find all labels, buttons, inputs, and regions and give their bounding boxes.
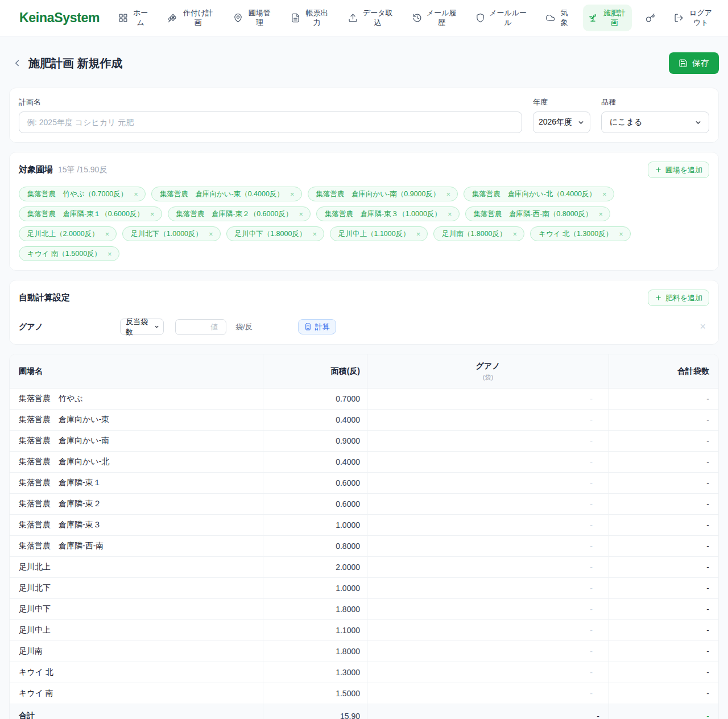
remove-chip-icon[interactable]: × [209, 230, 213, 238]
field-name-cell: 集落営農 倉庫隣-東２ [10, 494, 263, 514]
nav-label: メール履歴 [426, 9, 457, 28]
variety-label: 品種 [601, 97, 709, 108]
field-chip-label: 集落営農 倉庫向かい-東（0.4000反） [160, 189, 284, 199]
add-field-button[interactable]: 圃場を追加 [648, 162, 709, 178]
auto-calc-title: 自動計算設定 [19, 292, 70, 303]
remove-chip-icon[interactable]: × [599, 210, 603, 218]
remove-chip-icon[interactable]: × [134, 191, 138, 198]
guano-cell[interactable]: - [367, 683, 609, 704]
table-row: 集落営農 倉庫隣-東２ 0.6000 - - [10, 494, 718, 515]
remove-fertilizer-icon[interactable]: × [700, 321, 709, 333]
nav-label: 帳票出力 [304, 9, 329, 28]
guano-cell[interactable]: - [367, 515, 609, 535]
calc-mode-value: 反当袋数 [126, 317, 151, 337]
total-bags-cell: - [609, 599, 718, 619]
area-cell: 0.4000 [263, 410, 367, 430]
field-name-cell: キウイ 南 [10, 683, 263, 704]
nav-item-fertilization-plan[interactable]: 施肥計画 [583, 5, 632, 32]
table-row: 足川南 1.8000 - - [10, 641, 718, 662]
back-button[interactable] [9, 55, 25, 71]
remove-chip-icon[interactable]: × [105, 230, 110, 238]
field-chip-label: 集落営農 倉庫隣-西-南（0.8000反） [474, 209, 593, 219]
guano-cell[interactable]: - [367, 536, 609, 556]
calculator-icon [304, 323, 312, 330]
remove-chip-icon[interactable]: × [312, 230, 317, 238]
cloud-icon [545, 13, 555, 23]
guano-cell[interactable]: - [367, 578, 609, 598]
nav-item-home[interactable]: ホーム [113, 5, 154, 32]
remove-chip-icon[interactable]: × [513, 230, 518, 238]
header-area: 面積(反) [263, 354, 367, 388]
shield-icon [475, 13, 485, 23]
calc-value-input[interactable] [175, 319, 226, 335]
guano-cell[interactable]: - [367, 473, 609, 493]
nav-item-mail-rules[interactable]: メールルール [470, 5, 532, 32]
remove-chip-icon[interactable]: × [150, 210, 155, 218]
total-bags-cell: - [609, 557, 718, 577]
nav-item-data-import[interactable]: データ取込 [343, 5, 399, 32]
variety-select[interactable]: にこまる [601, 111, 709, 133]
calculate-button-label: 計算 [315, 322, 330, 332]
total-guano-cell: - [367, 704, 609, 719]
key-icon [646, 13, 655, 23]
guano-cell[interactable]: - [367, 557, 609, 577]
table-row: 足川北上 2.0000 - - [10, 557, 718, 578]
nav-item-report-output[interactable]: 帳票出力 [286, 5, 334, 32]
nav-item-password[interactable] [640, 9, 660, 27]
total-bags-cell: - [609, 473, 718, 493]
nav-item-logout[interactable]: ログアウト [669, 5, 719, 32]
nav-label: 圃場管理 [247, 9, 272, 28]
table-body: 集落営農 竹やぶ 0.7000 - - 集落営農 倉庫向かい-東 0.4000 … [10, 389, 718, 704]
nav-item-field-management[interactable]: 圃場管理 [228, 5, 277, 32]
guano-cell[interactable]: - [367, 662, 609, 683]
remove-chip-icon[interactable]: × [446, 191, 450, 198]
guano-cell[interactable]: - [367, 599, 609, 619]
total-bags-cell: - [609, 662, 718, 683]
table-row: 集落営農 倉庫向かい-東 0.4000 - - [10, 410, 718, 431]
plan-name-input[interactable] [19, 111, 522, 133]
field-name-cell: 集落営農 倉庫隣-東１ [10, 473, 263, 493]
field-chip-label: 足川北上（2.0000反） [27, 229, 99, 239]
auto-calc-card: 自動計算設定 肥料を追加 グアノ 反当袋数 袋/反 計算 × [9, 280, 719, 345]
field-chip-label: 集落営農 倉庫隣-東２（0.6000反） [176, 209, 293, 219]
fertilizer-row: グアノ 反当袋数 袋/反 計算 × [19, 319, 709, 335]
plus-icon [655, 294, 662, 301]
guano-cell[interactable]: - [367, 641, 609, 662]
guano-cell[interactable]: - [367, 494, 609, 514]
year-select[interactable]: 2026年度 [533, 111, 590, 133]
remove-chip-icon[interactable]: × [299, 210, 303, 218]
year-label: 年度 [533, 97, 590, 108]
guano-cell[interactable]: - [367, 431, 609, 451]
guano-cell[interactable]: - [367, 410, 609, 430]
remove-chip-icon[interactable]: × [107, 250, 112, 258]
guano-cell[interactable]: - [367, 452, 609, 472]
table-row: 集落営農 竹やぶ 0.7000 - - [10, 389, 718, 410]
field-chip: 集落営農 竹やぶ（0.7000反） × [19, 187, 146, 201]
nav-item-planting-plan[interactable]: 作付け計画 [163, 5, 220, 32]
field-chip: 集落営農 倉庫向かい-南（0.9000反） × [308, 187, 458, 201]
field-chip: 足川中下（1.8000反） × [226, 226, 324, 241]
calc-mode-select[interactable]: 反当袋数 [120, 319, 164, 335]
field-name-cell: 集落営農 倉庫向かい-北 [10, 452, 263, 472]
remove-chip-icon[interactable]: × [602, 191, 607, 198]
total-bags-cell: - [609, 494, 718, 514]
calculate-button[interactable]: 計算 [298, 319, 336, 334]
header-fertilizer-name: グアノ [476, 361, 500, 371]
nav-label: 施肥計画 [602, 9, 627, 28]
guano-cell[interactable]: - [367, 389, 609, 409]
nav-item-weather[interactable]: 気象 [540, 5, 574, 32]
nav-item-mail-history[interactable]: メール履歴 [407, 5, 462, 32]
add-fertilizer-button[interactable]: 肥料を追加 [648, 290, 709, 306]
remove-chip-icon[interactable]: × [290, 191, 295, 198]
remove-chip-icon[interactable]: × [619, 230, 623, 238]
guano-cell[interactable]: - [367, 620, 609, 641]
field-chip: キウイ 北（1.3000反） × [530, 226, 631, 241]
add-fertilizer-button-label: 肥料を追加 [665, 293, 702, 303]
save-button[interactable]: 保存 [669, 52, 719, 74]
table-row: 足川中下 1.8000 - - [10, 599, 718, 620]
remove-chip-icon[interactable]: × [448, 210, 452, 218]
header-fertilizer-unit: (袋) [483, 373, 493, 382]
remove-chip-icon[interactable]: × [416, 230, 421, 238]
table-row: 集落営農 倉庫向かい-南 0.9000 - - [10, 431, 718, 452]
field-chip: 集落営農 倉庫向かい-東（0.4000反） × [151, 187, 302, 201]
